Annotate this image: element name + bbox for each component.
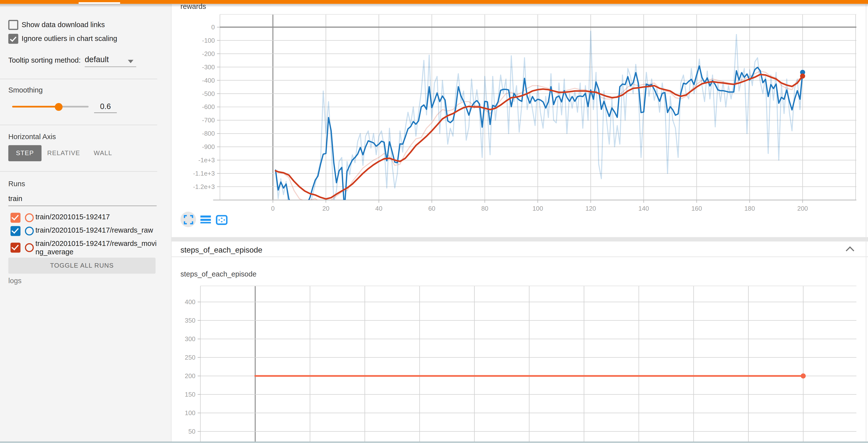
svg-text:-700: -700 (202, 117, 215, 124)
svg-text:400: 400 (185, 298, 195, 305)
toggle-all-runs-button[interactable]: TOGGLE ALL RUNS (8, 258, 156, 273)
svg-text:-300: -300 (202, 64, 215, 70)
run-label: train/20201015-192417 (35, 213, 159, 222)
svg-text:-1.1e+3: -1.1e+3 (193, 170, 215, 177)
svg-text:20: 20 (322, 205, 330, 212)
run-label: train/20201015-192417/rewards_raw (35, 227, 159, 235)
svg-text:250: 250 (185, 354, 195, 361)
svg-text:60: 60 (428, 205, 435, 212)
svg-text:40: 40 (375, 205, 382, 212)
svg-text:180: 180 (744, 205, 755, 212)
smoothing-value-input[interactable]: 0.6 (94, 102, 117, 113)
haxis-wall-button[interactable]: WALL (86, 145, 120, 161)
svg-text:0: 0 (211, 24, 215, 31)
svg-text:140: 140 (638, 205, 649, 212)
steps-chart-plot[interactable]: 40035030025020015010050 (172, 280, 868, 442)
chart-toolbar (178, 212, 245, 228)
svg-text:-500: -500 (202, 90, 215, 97)
svg-text:80: 80 (481, 205, 489, 212)
run-color-circle-red (25, 243, 33, 252)
run-color-circle-blue (25, 227, 33, 236)
svg-text:50: 50 (188, 428, 195, 435)
svg-text:300: 300 (185, 335, 195, 342)
runs-label: Runs (8, 180, 25, 188)
chevron-up-icon[interactable] (845, 246, 855, 252)
svg-text:-400: -400 (202, 77, 215, 84)
tooltip-sorting-underline (85, 66, 136, 67)
svg-text:350: 350 (185, 317, 195, 324)
active-tab-indicator (79, 2, 120, 4)
rewards-chart-plot[interactable]: 0-100-200-300-400-500-600-700-800-900-1e… (172, 11, 868, 217)
expand-icon[interactable] (184, 215, 193, 225)
runs-filter-input[interactable] (8, 195, 157, 203)
runs-filter-underline (8, 205, 157, 206)
show-download-links-checkbox[interactable] (8, 20, 18, 30)
svg-text:-900: -900 (202, 143, 215, 150)
svg-text:-600: -600 (202, 104, 215, 110)
scrollbar-track[interactable] (866, 4, 866, 442)
svg-text:-1e+3: -1e+3 (198, 157, 215, 164)
svg-text:160: 160 (691, 205, 702, 212)
tooltip-sorting-label: Tooltip sorting method: (8, 56, 81, 64)
svg-text:100: 100 (532, 205, 543, 212)
divider (0, 124, 157, 125)
smoothing-slider[interactable] (12, 106, 89, 108)
card-divider (172, 237, 868, 241)
smoothing-slider-thumb[interactable] (55, 103, 62, 111)
svg-text:-200: -200 (202, 50, 215, 57)
tensorboard-window: Show data download links Ignore outliers… (0, 0, 868, 443)
svg-text:200: 200 (797, 205, 808, 212)
section-header-steps[interactable]: steps_of_each_episode (172, 241, 868, 257)
settings-sidebar: Show data download links Ignore outliers… (0, 4, 172, 443)
svg-text:-100: -100 (202, 37, 215, 44)
run-checkbox-red[interactable] (10, 242, 20, 252)
tooltip-sorting-select[interactable]: default (85, 55, 109, 64)
svg-text:200: 200 (185, 373, 195, 379)
svg-text:-1.2e+3: -1.2e+3 (193, 183, 215, 190)
run-color-circle-orange (25, 213, 33, 222)
svg-text:0: 0 (271, 205, 275, 212)
haxis-relative-button[interactable]: RELATIVE (45, 145, 82, 161)
svg-text:120: 120 (585, 205, 596, 212)
steps-chart-title: steps_of_each_episode (180, 270, 256, 278)
fit-domain-icon[interactable] (216, 215, 227, 225)
divider (0, 171, 157, 172)
run-checkbox-blue[interactable] (10, 226, 20, 236)
divider (0, 79, 157, 79)
ignore-outliers-label: Ignore outliers in chart scaling (22, 34, 117, 43)
svg-text:-800: -800 (202, 130, 215, 137)
chevron-down-icon[interactable] (128, 60, 133, 63)
show-download-links-label: Show data download links (22, 21, 105, 29)
rewards-chart-title: rewards (180, 2, 206, 10)
svg-text:150: 150 (185, 391, 195, 398)
svg-text:100: 100 (185, 409, 195, 416)
runs-menu-icon[interactable] (200, 215, 211, 225)
section-title: steps_of_each_episode (180, 245, 262, 254)
haxis-step-button[interactable]: STEP (8, 145, 42, 161)
run-checkbox-orange[interactable] (10, 212, 20, 222)
smoothing-slider-fill (12, 106, 58, 108)
horizontal-axis-label: Horizontal Axis (8, 132, 56, 141)
run-label: train/20201015-192417/rewards_moving_ave… (35, 240, 159, 256)
app-header-bar (0, 0, 868, 4)
logs-label: logs (8, 276, 22, 285)
smoothing-label: Smoothing (8, 86, 43, 94)
ignore-outliers-checkbox[interactable] (8, 34, 18, 43)
